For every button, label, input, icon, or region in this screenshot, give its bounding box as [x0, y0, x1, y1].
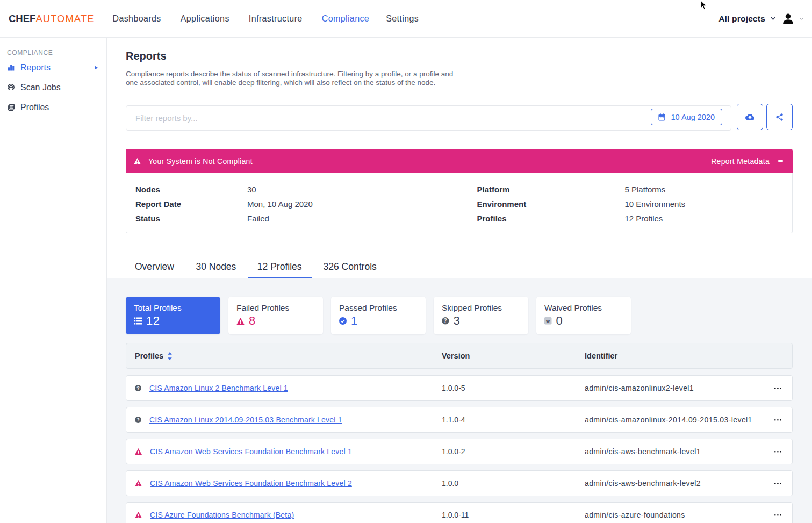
svg-text:?: ?: [444, 318, 447, 324]
svg-text:?: ?: [136, 417, 140, 422]
svg-text:?: ?: [136, 385, 140, 391]
svg-text:w: w: [545, 318, 550, 324]
